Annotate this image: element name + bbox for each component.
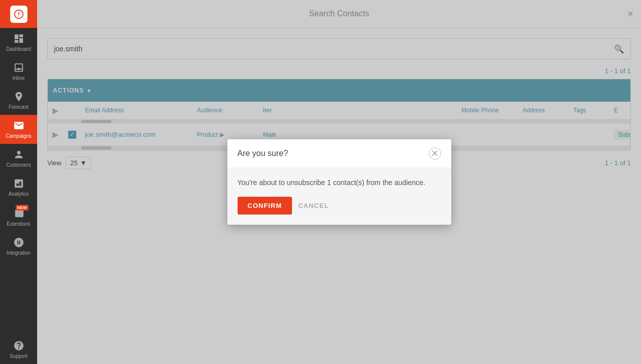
extentions-badge-container: NEW [13,207,24,219]
modal-body: You're about to unsubscribe 1 contact(s)… [227,168,451,225]
sidebar-item-label: Integration [7,250,31,256]
cancel-button[interactable]: CANCEL [298,202,329,209]
sidebar-item-forecast[interactable]: Forecast [0,86,37,115]
sidebar-item-label: Customers [6,162,31,168]
sidebar-item-label: Forecast [9,104,28,110]
sidebar-item-label: Campaigns [6,133,32,139]
sidebar-item-campaigns[interactable]: Campaigns [0,115,37,144]
sidebar-item-inbox[interactable]: Inbox [0,57,37,86]
confirm-modal: Are you sure? ✕ You're about to unsubscr… [227,139,451,225]
modal-title: Are you sure? [238,149,288,158]
app-logo[interactable] [0,0,37,28]
modal-message: You're about to unsubscribe 1 contact(s)… [238,178,441,187]
sidebar-item-support[interactable]: Support [0,335,37,364]
modal-overlay: Are you sure? ✕ You're about to unsubscr… [37,0,641,364]
sidebar-item-integration[interactable]: Integration [0,232,37,261]
sidebar-item-label: Support [10,353,27,359]
sidebar-item-analytics[interactable]: Analytics [0,173,37,202]
customers-icon [13,149,24,160]
modal-header: Are you sure? ✕ [227,139,451,168]
new-badge: NEW [16,205,28,210]
sidebar-item-customers[interactable]: Customers [0,144,37,173]
analytics-icon [13,178,24,189]
sidebar-item-extentions[interactable]: NEW Extentions [0,202,37,232]
modal-actions: CONFIRM CANCEL [238,197,441,215]
inbox-icon [13,62,24,73]
sidebar-item-label: Extentions [7,221,31,227]
support-icon [13,340,24,351]
sidebar-item-label: Inbox [12,75,24,81]
integration-icon [13,237,24,248]
confirm-button[interactable]: CONFIRM [238,197,293,215]
sidebar-item-label: Analytics [8,191,28,197]
sidebar: Dashboard Inbox Forecast Campaigns Custo… [0,0,37,364]
sidebar-item-label: Dashboard [6,46,31,52]
modal-close-button[interactable]: ✕ [429,147,441,160]
logo-icon [10,6,27,23]
sidebar-item-dashboard[interactable]: Dashboard [0,28,37,57]
campaigns-icon [13,120,24,131]
forecast-icon [13,91,24,102]
main-content: Search Contacts × 🔍 1 - 1 of 1 ACTIONS ▼… [37,0,641,364]
dashboard-icon [13,33,24,44]
